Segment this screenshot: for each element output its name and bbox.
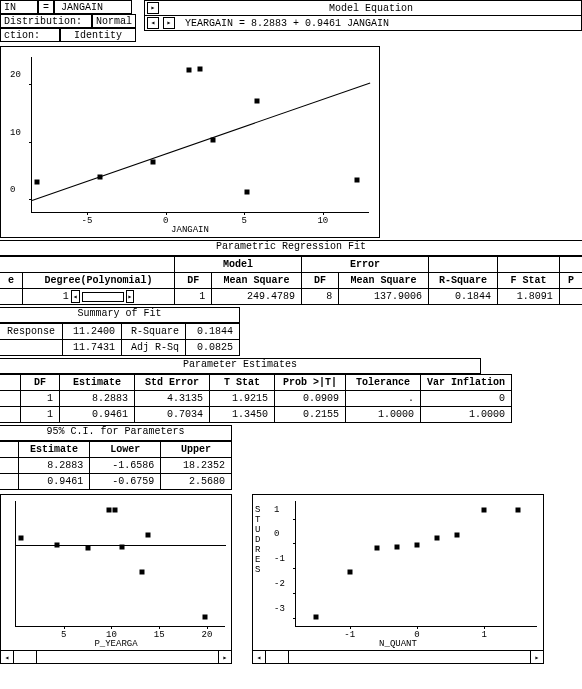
summary-table: Response11.2400R-Square0.184411.7431Adj … bbox=[0, 323, 240, 356]
model-equation-title: Model Equation bbox=[163, 3, 579, 14]
degree-slider[interactable]: 1◂▸ bbox=[23, 289, 175, 305]
nq-xlabel: N_QUANT bbox=[379, 639, 417, 649]
prf-title: Parametric Regression Fit bbox=[0, 240, 582, 256]
model-equation-text: YEARGAIN = 8.2883 + 0.9461 JANGAIN bbox=[179, 18, 579, 29]
x-axis-label: JANGAIN bbox=[171, 225, 209, 235]
scroll-right-icon[interactable]: ▸ bbox=[218, 651, 231, 663]
model-spec-table: IN = JANGAIN Distribution: Normal ction:… bbox=[0, 0, 136, 42]
expand-icon[interactable]: ▸ bbox=[147, 2, 159, 14]
scroll-right-icon[interactable]: ▸ bbox=[163, 17, 175, 29]
resid-scrollbar[interactable]: ◂ ▸ bbox=[1, 650, 231, 663]
ci-title: 95% C.I. for Parameters bbox=[0, 425, 232, 441]
model-equation-panel: ▸ Model Equation ◂ ▸ YEARGAIN = 8.2883 +… bbox=[144, 0, 582, 31]
param-est-title: Parameter Estimates bbox=[0, 358, 481, 374]
scroll-thumb[interactable] bbox=[266, 651, 289, 663]
nq-scrollbar[interactable]: ◂ ▸ bbox=[253, 650, 543, 663]
summary-title: Summary of Fit bbox=[0, 307, 240, 323]
nq-ylabel: STUDRES bbox=[255, 505, 260, 575]
normal-quantile-chart: STUDRES -101-3-2-101 N_QUANT ◂ ▸ bbox=[252, 494, 544, 664]
scroll-left-icon[interactable]: ◂ bbox=[1, 651, 14, 663]
param-est-table: DFEstimateStd ErrorT StatProb >|T|Tolera… bbox=[0, 374, 512, 423]
prf-table: ModelErroreDegree(Polynomial)DFMean Squa… bbox=[0, 256, 582, 305]
scroll-right-icon[interactable]: ▸ bbox=[530, 651, 543, 663]
ci-table: EstimateLowerUpper8.2883-1.658618.23520.… bbox=[0, 441, 232, 490]
scroll-left-icon[interactable]: ◂ bbox=[147, 17, 159, 29]
scroll-left-icon[interactable]: ◂ bbox=[253, 651, 266, 663]
residual-chart: 5101520 P_YEARGA ◂ ▸ bbox=[0, 494, 232, 664]
scatter-fit-chart: -5051001020 JANGAIN bbox=[0, 46, 380, 238]
resid-xlabel: P_YEARGA bbox=[94, 639, 137, 649]
scroll-thumb[interactable] bbox=[14, 651, 37, 663]
